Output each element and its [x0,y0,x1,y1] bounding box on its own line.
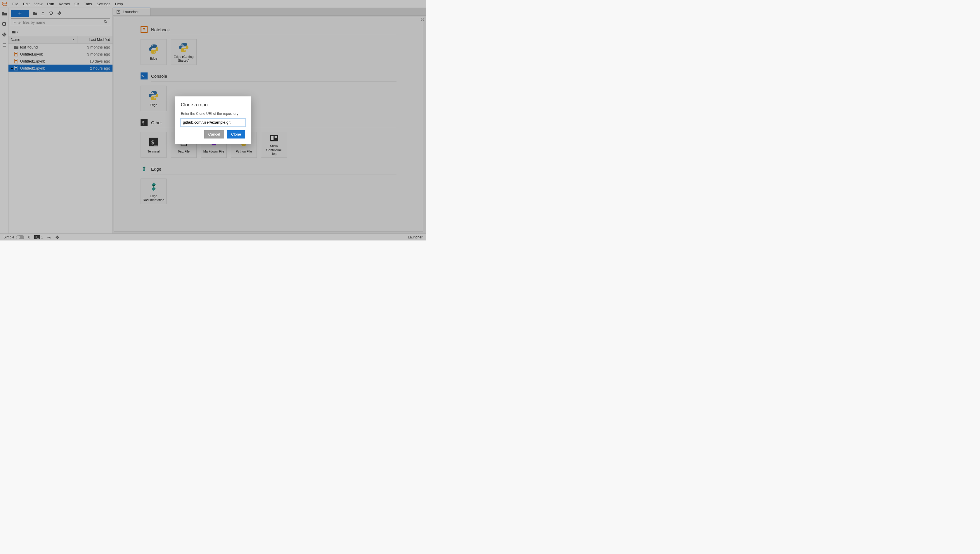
dialog-message: Enter the Clone URI of the repository [181,111,245,116]
dialog-title: Clone a repo [181,102,245,108]
clone-dialog: Clone a repo Enter the Clone URI of the … [175,96,251,144]
clone-button[interactable]: Clone [227,130,245,138]
cancel-button[interactable]: Cancel [204,130,224,138]
modal-overlay: Clone a repo Enter the Clone URI of the … [0,0,426,240]
clone-uri-input[interactable] [181,119,245,126]
